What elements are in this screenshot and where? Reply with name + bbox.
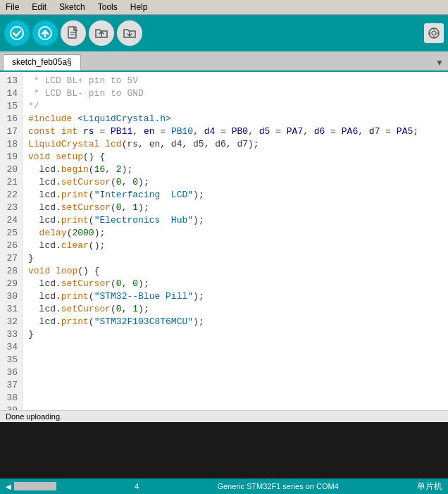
code-line-26: lcd.setCursor(0, 1); [28, 202, 442, 214]
code-line-25: lcd.print("Interfacing LCD"); [28, 189, 442, 202]
open-button[interactable] [89, 20, 114, 46]
line-number-38: 38 [4, 392, 18, 405]
code-content[interactable]: * LCD BL+ pin to 5V * LCD BL- pin to GND… [23, 72, 448, 410]
line-number-34: 34 [4, 341, 18, 354]
code-line-33: void loop() { [28, 265, 442, 278]
line-number-31: 31 [4, 303, 18, 316]
line-number-30: 30 [4, 290, 18, 303]
line-number-25: 25 [4, 227, 18, 240]
line-number-13: 13 [4, 75, 18, 87]
status-message: Done uploading. [6, 412, 62, 421]
code-line-38: lcd.setCursor(0, 1); [28, 303, 442, 316]
upload-button[interactable] [32, 20, 58, 46]
code-line-13: * LCD BL+ pin to 5V [28, 75, 442, 87]
menu-edit[interactable]: Edit [29, 1, 49, 13]
code-line-31: } [28, 252, 442, 265]
menu-sketch[interactable]: Sketch [56, 1, 88, 13]
code-line-24: lcd.setCursor(0, 0); [28, 176, 442, 189]
console-area[interactable] [0, 422, 448, 478]
bottom-bar: ◀ 4 Generic STM32F1 series on COM4 单片机 [0, 478, 448, 494]
line-number: 4 [135, 482, 139, 490]
board-info: Generic STM32F1 series on COM4 [217, 482, 338, 490]
save-icon [123, 27, 137, 39]
line-number-22: 22 [4, 189, 18, 202]
code-line-14: * LCD BL- pin to GND [28, 87, 442, 100]
code-line-36: lcd.print("STM32--Blue Pill"); [28, 290, 442, 303]
line-number-26: 26 [4, 240, 18, 252]
line-number-21: 21 [4, 176, 18, 189]
line-number-28: 28 [4, 265, 18, 278]
line-number-35: 35 [4, 354, 18, 366]
code-area: 1314151617181920212223242526272829303132… [0, 72, 448, 410]
tab-bar: sketch_feb05a§ ▼ [0, 51, 448, 72]
svg-point-9 [432, 31, 436, 35]
code-line-30: lcd.clear(); [28, 240, 442, 252]
line-number-18: 18 [4, 138, 18, 151]
line-numbers: 1314151617181920212223242526272829303132… [0, 72, 23, 410]
verify-button[interactable] [4, 20, 30, 46]
line-number-24: 24 [4, 214, 18, 227]
code-line-27: lcd.print("Electronics Hub"); [28, 214, 442, 227]
verify-icon [10, 26, 24, 40]
line-number-20: 20 [4, 163, 18, 176]
horizontal-scrollbar[interactable] [14, 482, 56, 490]
code-line-19: const int rs = PB11, en = PB10, d4 = PB0… [28, 125, 442, 138]
serial-monitor-button[interactable] [424, 23, 444, 43]
line-number-33: 33 [4, 328, 18, 341]
line-number-17: 17 [4, 125, 18, 138]
code-line-35: lcd.setCursor(0, 0); [28, 278, 442, 290]
status-bar: Done uploading. [0, 410, 448, 422]
line-number-39: 39 [4, 405, 18, 410]
menu-help[interactable]: Help [127, 1, 151, 13]
tab-arrow-button[interactable]: ▼ [431, 54, 448, 70]
open-icon [94, 27, 108, 39]
toolbar [0, 15, 448, 51]
watermark: 单片机 [417, 481, 442, 493]
line-number-36: 36 [4, 366, 18, 379]
new-icon [67, 26, 80, 40]
new-button[interactable] [61, 20, 86, 46]
line-number-27: 27 [4, 252, 18, 265]
editor-tab[interactable]: sketch_feb05a§ [3, 54, 81, 70]
code-line-40: } [28, 328, 442, 341]
upload-icon [38, 26, 52, 40]
line-number-37: 37 [4, 379, 18, 392]
code-line-15: */ [28, 100, 442, 113]
line-number-32: 32 [4, 316, 18, 328]
svg-point-0 [11, 27, 23, 39]
code-line-29: delay(2000); [28, 227, 442, 240]
code-line-17: #include <LiquidCrystal.h> [28, 113, 442, 125]
menu-tools[interactable]: Tools [95, 1, 120, 13]
line-number-19: 19 [4, 151, 18, 163]
code-line-20: LiquidCrystal lcd(rs, en, d4, d5, d6, d7… [28, 138, 442, 151]
line-number-23: 23 [4, 202, 18, 214]
menu-file[interactable]: File [3, 1, 22, 13]
save-button[interactable] [117, 20, 142, 46]
serial-monitor-icon [428, 27, 440, 39]
code-line-23: lcd.begin(16, 2); [28, 163, 442, 176]
line-number-29: 29 [4, 278, 18, 290]
editor-container: 1314151617181920212223242526272829303132… [0, 72, 448, 410]
menu-bar: File Edit Sketch Tools Help [0, 0, 448, 15]
line-number-14: 14 [4, 87, 18, 100]
left-arrow-icon[interactable]: ◀ [6, 483, 11, 490]
line-number-15: 15 [4, 100, 18, 113]
code-line-39: lcd.print("STM32F103C8T6MCU"); [28, 316, 442, 328]
code-line-22: void setup() { [28, 151, 442, 163]
line-number-16: 16 [4, 113, 18, 125]
bottom-scroll: ◀ [6, 482, 56, 490]
